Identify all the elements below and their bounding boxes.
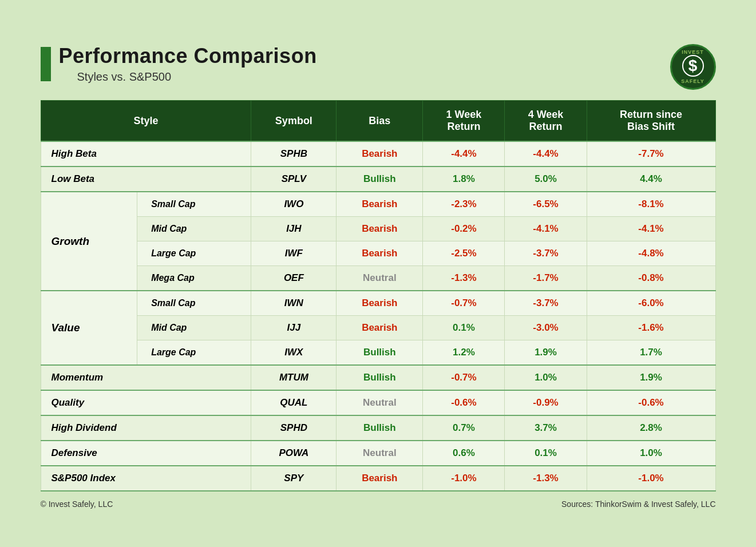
style-cell: High Beta <box>41 141 251 167</box>
since-cell: -7.7% <box>587 141 715 167</box>
table-row: MomentumMTUMBullish-0.7%1.0%1.9% <box>41 365 715 390</box>
week4-cell: 5.0% <box>505 167 587 192</box>
header-title-area: Performance Comparison Styles vs. S&P500 <box>41 44 317 84</box>
col-symbol: Symbol <box>251 101 337 142</box>
symbol-cell: MTUM <box>251 365 337 390</box>
col-bias: Bias <box>337 101 423 142</box>
since-cell: 1.0% <box>587 441 715 466</box>
sub-style-cell: Mid Cap <box>137 217 251 241</box>
since-cell: -1.6% <box>587 316 715 340</box>
symbol-cell: QUAL <box>251 390 337 415</box>
symbol-cell: IWN <box>251 291 337 316</box>
symbol-cell: OEF <box>251 266 337 291</box>
bias-cell: Bearish <box>337 241 423 266</box>
sub-style-cell: Small Cap <box>137 291 251 316</box>
week4-cell: 3.7% <box>505 415 587 441</box>
bias-cell: Neutral <box>337 390 423 415</box>
since-cell: -8.1% <box>587 192 715 217</box>
bias-cell: Neutral <box>337 266 423 291</box>
bias-cell: Bearish <box>337 466 423 491</box>
style-cell: Momentum <box>41 365 251 390</box>
week1-cell: 0.6% <box>423 441 505 466</box>
sub-style-cell: Large Cap <box>137 241 251 266</box>
group-label-cell: Growth <box>41 192 137 291</box>
week1-cell: -1.0% <box>423 466 505 491</box>
week1-cell: -4.4% <box>423 141 505 167</box>
week1-cell: -0.7% <box>423 291 505 316</box>
table-row: Low BetaSPLVBullish1.8%5.0%4.4% <box>41 167 715 192</box>
week4-cell: -1.3% <box>505 466 587 491</box>
style-cell: Low Beta <box>41 167 251 192</box>
week4-cell: 1.9% <box>505 340 587 366</box>
bias-cell: Bearish <box>337 192 423 217</box>
sub-style-cell: Small Cap <box>137 192 251 217</box>
week1-cell: 0.1% <box>423 316 505 340</box>
col-week4: 4 WeekReturn <box>505 101 587 142</box>
table-row: QualityQUALNeutral-0.6%-0.9%-0.6% <box>41 390 715 415</box>
since-cell: -0.6% <box>587 390 715 415</box>
footer-left: © Invest Safely, LLC <box>41 500 113 509</box>
week1-cell: -0.7% <box>423 365 505 390</box>
table-row: Large CapIWXBullish1.2%1.9%1.7% <box>41 340 715 366</box>
symbol-cell: SPLV <box>251 167 337 192</box>
symbol-cell: IJJ <box>251 316 337 340</box>
col-style: Style <box>41 101 251 142</box>
page-container: Performance Comparison Styles vs. S&P500… <box>18 27 739 520</box>
logo: INVEST $ SAFELY <box>670 44 716 90</box>
bias-cell: Bearish <box>337 291 423 316</box>
logo-line2: SAFELY <box>681 78 704 85</box>
week4-cell: 0.1% <box>505 441 587 466</box>
week1-cell: 0.7% <box>423 415 505 441</box>
sub-style-cell: Large Cap <box>137 340 251 366</box>
page-subtitle: Styles vs. S&P500 <box>77 70 317 84</box>
style-cell: Defensive <box>41 441 251 466</box>
table-row: DefensivePOWANeutral0.6%0.1%1.0% <box>41 441 715 466</box>
col-week1: 1 WeekReturn <box>423 101 505 142</box>
table-row: S&P500 IndexSPYBearish-1.0%-1.3%-1.0% <box>41 466 715 491</box>
since-cell: -1.0% <box>587 466 715 491</box>
symbol-cell: SPY <box>251 466 337 491</box>
since-cell: -0.8% <box>587 266 715 291</box>
bias-cell: Bullish <box>337 415 423 441</box>
since-cell: -4.1% <box>587 217 715 241</box>
week1-cell: -0.2% <box>423 217 505 241</box>
style-cell: Quality <box>41 390 251 415</box>
since-cell: 1.9% <box>587 365 715 390</box>
symbol-cell: POWA <box>251 441 337 466</box>
page-header: Performance Comparison Styles vs. S&P500… <box>41 44 716 90</box>
week4-cell: -1.7% <box>505 266 587 291</box>
since-cell: 1.7% <box>587 340 715 366</box>
week4-cell: -3.7% <box>505 241 587 266</box>
week1-cell: -2.3% <box>423 192 505 217</box>
table-row: Mid CapIJHBearish-0.2%-4.1%-4.1% <box>41 217 715 241</box>
since-cell: 4.4% <box>587 167 715 192</box>
symbol-cell: SPHD <box>251 415 337 441</box>
table-row: ValueSmall CapIWNBearish-0.7%-3.7%-6.0% <box>41 291 715 316</box>
week1-cell: -0.6% <box>423 390 505 415</box>
since-cell: 2.8% <box>587 415 715 441</box>
style-cell: High Dividend <box>41 415 251 441</box>
week1-cell: -1.3% <box>423 266 505 291</box>
bias-cell: Bullish <box>337 340 423 366</box>
symbol-cell: IWO <box>251 192 337 217</box>
sub-style-cell: Mega Cap <box>137 266 251 291</box>
accent-bar <box>41 47 51 81</box>
week1-cell: 1.8% <box>423 167 505 192</box>
group-label-cell: Value <box>41 291 137 365</box>
week4-cell: -4.4% <box>505 141 587 167</box>
week4-cell: -3.7% <box>505 291 587 316</box>
table-header-row: Style Symbol Bias 1 WeekReturn 4 WeekRet… <box>41 101 715 142</box>
symbol-cell: SPHB <box>251 141 337 167</box>
week4-cell: -0.9% <box>505 390 587 415</box>
bias-cell: Neutral <box>337 441 423 466</box>
bias-cell: Bearish <box>337 141 423 167</box>
performance-table: Style Symbol Bias 1 WeekReturn 4 WeekRet… <box>41 100 716 491</box>
col-since: Return sinceBias Shift <box>587 101 715 142</box>
week4-cell: -4.1% <box>505 217 587 241</box>
style-cell: S&P500 Index <box>41 466 251 491</box>
page-title: Performance Comparison <box>59 44 317 68</box>
logo-line1: INVEST <box>682 49 704 55</box>
symbol-cell: IWF <box>251 241 337 266</box>
table-row: High DividendSPHDBullish0.7%3.7%2.8% <box>41 415 715 441</box>
table-row: GrowthSmall CapIWOBearish-2.3%-6.5%-8.1% <box>41 192 715 217</box>
